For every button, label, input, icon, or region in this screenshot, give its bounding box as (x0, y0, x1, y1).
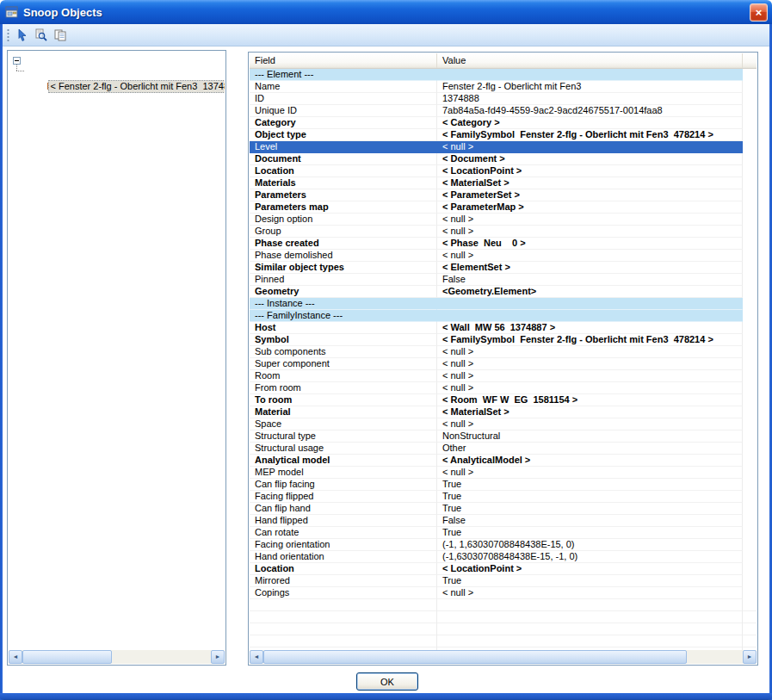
section-row[interactable]: --- Element --- (250, 69, 757, 81)
grid-row[interactable]: MEP model< null > (250, 467, 757, 479)
grid-row[interactable]: Category< Category > (250, 117, 757, 129)
grid-row[interactable]: Room< null > (250, 370, 757, 382)
column-header-value[interactable]: Value (437, 53, 743, 68)
value-cell: < Document > (437, 153, 743, 165)
value-cell: True (437, 575, 743, 587)
value-cell: < null > (437, 587, 743, 599)
grid-row[interactable]: Can rotateTrue (250, 527, 757, 539)
grid-row[interactable]: Super component< null > (250, 358, 757, 370)
grid-row[interactable]: Document< Document > (250, 153, 757, 165)
field-cell: Can flip hand (250, 503, 437, 515)
grid-row[interactable]: Space< null > (250, 418, 757, 431)
value-cell: < null > (437, 226, 743, 238)
grid-row[interactable]: Material< MaterialSet > (250, 406, 757, 418)
value-cell: 1374888 (437, 93, 743, 105)
grid-row[interactable]: Facing flippedTrue (250, 491, 757, 503)
title-bar[interactable]: Snoop Objects × (0, 0, 772, 24)
tree-collapse-icon[interactable] (13, 57, 21, 65)
section-row[interactable]: --- FamilyInstance --- (250, 310, 757, 322)
grid-row[interactable]: Copings< null > (250, 587, 757, 599)
snoop-selection-button[interactable] (13, 26, 32, 45)
value-cell: < Wall MW 56 1374887 > (437, 322, 743, 334)
scroll-thumb[interactable] (263, 650, 687, 664)
grid-row[interactable]: Location< LocationPoint > (250, 563, 757, 575)
grid-row[interactable]: Geometry<Geometry.Element> (250, 286, 757, 298)
toolbar-grip[interactable] (7, 28, 9, 42)
grid-row[interactable]: PinnedFalse (250, 274, 757, 286)
grid-row[interactable]: Phase created< Phase Neu 0 > (250, 238, 757, 250)
value-cell: (-1,63030708848438E-15, -1, 0) (437, 551, 743, 563)
value-cell: < Room WF W EG 1581154 > (437, 394, 743, 406)
scroll-thumb[interactable] (22, 650, 112, 664)
tree-child-label: < Fenster 2-flg - Oberlicht mit Fen3 137… (48, 80, 225, 93)
window-bottom-edge (0, 693, 772, 700)
copy-button[interactable] (51, 26, 70, 45)
value-cell: < FamilySymbol Fenster 2-flg - Oberlicht… (437, 129, 743, 141)
field-cell: Can flip facing (250, 479, 437, 491)
field-cell: Level (250, 141, 437, 153)
column-divider (436, 599, 437, 650)
grid-row[interactable]: Level< null > (250, 141, 757, 153)
field-cell: To room (250, 394, 437, 406)
value-cell (437, 310, 743, 322)
app-icon (5, 5, 19, 19)
grid-row[interactable]: Symbol< FamilySymbol Fenster 2-flg - Obe… (250, 334, 757, 346)
value-cell: < null > (437, 418, 743, 431)
grid-row[interactable]: Facing orientation(-1, 1,63030708848438E… (250, 539, 757, 551)
field-cell: Copings (250, 587, 437, 599)
scroll-left-button[interactable]: ◄ (9, 650, 22, 664)
tree-body: FamilyInstance < Fenster 2-flg - Oberlic… (9, 52, 225, 650)
field-cell: Parameters map (250, 201, 437, 214)
grid-row[interactable]: ID1374888 (250, 93, 757, 105)
grid-row[interactable]: From room< null > (250, 382, 757, 394)
grid-row[interactable]: Structural usageOther (250, 443, 757, 455)
grid-row[interactable]: Hand flippedFalse (250, 515, 757, 527)
close-button[interactable]: × (750, 3, 768, 22)
field-cell: From room (250, 382, 437, 394)
grid-row[interactable]: Can flip handTrue (250, 503, 757, 515)
field-cell: Document (250, 153, 437, 165)
scroll-track[interactable] (22, 650, 211, 664)
ok-button[interactable]: OK (356, 672, 418, 691)
grid-row[interactable]: Structural typeNonStructural (250, 431, 757, 443)
field-cell: Object type (250, 129, 437, 141)
value-cell: True (437, 491, 743, 503)
scroll-right-button[interactable]: ► (743, 650, 757, 664)
grid-row[interactable]: Similar object types< ElementSet > (250, 262, 757, 274)
field-cell: MEP model (250, 467, 437, 479)
grid-row[interactable]: Phase demolished< null > (250, 250, 757, 262)
grid-row[interactable]: Hand orientation(-1,63030708848438E-15, … (250, 551, 757, 563)
tree-node-familyinstance[interactable]: FamilyInstance (9, 54, 225, 67)
tree-node-instance[interactable]: < Fenster 2-flg - Oberlicht mit Fen3 137… (9, 67, 225, 80)
grid-row[interactable]: Sub components< null > (250, 346, 757, 358)
grid-row[interactable]: MirroredTrue (250, 575, 757, 587)
grid-row[interactable]: Materials< MaterialSet > (250, 177, 757, 189)
column-header-field[interactable]: Field (250, 53, 437, 68)
grid-row[interactable]: Can flip facingTrue (250, 479, 757, 491)
grid-row[interactable]: Analytical model< AnalyticalModel > (250, 455, 757, 467)
grid-row[interactable]: To room< Room WF W EG 1581154 > (250, 394, 757, 406)
grid-row[interactable]: Group< null > (250, 226, 757, 238)
value-cell: <Geometry.Element> (437, 286, 743, 298)
column-header-filler (743, 53, 757, 68)
field-cell: Room (250, 370, 437, 382)
scroll-right-button[interactable]: ► (211, 650, 225, 664)
grid-row[interactable]: Unique ID7ab84a5a-fd49-4559-9ac2-9acd246… (250, 105, 757, 117)
scroll-left-button[interactable]: ◄ (250, 650, 263, 664)
field-cell: Sub components (250, 346, 437, 358)
grid-row[interactable]: Object type< FamilySymbol Fenster 2-flg … (250, 129, 757, 141)
grid-row[interactable]: Parameters map< ParameterMap > (250, 201, 757, 214)
value-cell: < ParameterMap > (437, 201, 743, 214)
magnifier-icon (34, 28, 48, 42)
grid-row[interactable]: Design option< null > (250, 214, 757, 226)
section-row[interactable]: --- Instance --- (250, 298, 757, 310)
grid-row[interactable]: Location< LocationPoint > (250, 165, 757, 177)
snoop-search-button[interactable] (32, 26, 51, 45)
grid-row[interactable]: Parameters< ParameterSet > (250, 189, 757, 201)
scroll-track[interactable] (263, 650, 743, 664)
field-cell: Geometry (250, 286, 437, 298)
grid-row[interactable]: NameFenster 2-flg - Oberlicht mit Fen3 (250, 81, 757, 93)
value-cell: < FamilySymbol Fenster 2-flg - Oberlicht… (437, 334, 743, 346)
property-grid-panel: Field Value --- Element ---NameFenster 2… (248, 52, 758, 666)
grid-row[interactable]: Host< Wall MW 56 1374887 > (250, 322, 757, 334)
